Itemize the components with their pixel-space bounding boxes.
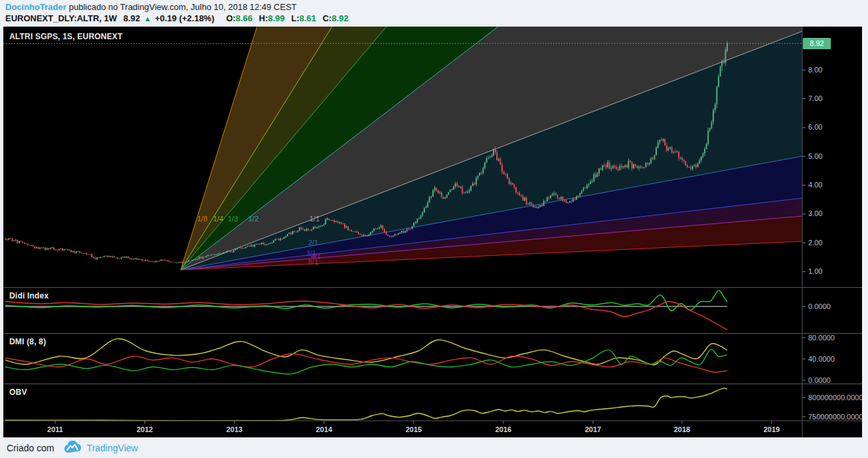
author-name[interactable]: DocinhoTrader [5, 2, 66, 12]
close-label: C: [323, 13, 332, 23]
gann-label: 1/2 [248, 215, 258, 223]
price-tick-label: 8.00 [808, 66, 822, 74]
price-tick-label: 2.00 [808, 239, 822, 247]
close-value: 8.92 [331, 13, 348, 23]
dmi-tick-label: 0.0000 [808, 376, 831, 384]
high-value: 8.99 [268, 13, 285, 23]
price-tick-label: 4.00 [808, 181, 822, 189]
symbol-line: EURONEXT_DLY:ALTR, 1W 8.92 ▲ +0.19 (+2.1… [5, 13, 349, 25]
price-tick-label: 5.00 [808, 152, 822, 160]
gann-label: 1/1 [309, 215, 319, 223]
didi-index-pane [5, 290, 727, 330]
price-tick-label: 1.00 [808, 267, 822, 275]
pane-label-didi[interactable]: Didi Index [9, 291, 48, 300]
publish-info: publicado no TradingView.com, Julho 10, … [69, 2, 297, 12]
year-label[interactable]: 2018 [674, 425, 690, 433]
year-label[interactable]: 2019 [764, 425, 780, 433]
gann-label: 1/3 [228, 215, 238, 223]
obv-pane [5, 388, 727, 421]
open-value: 8.66 [236, 13, 252, 23]
publish-line: DocinhoTraderpublicado no TradingView.co… [5, 1, 349, 13]
dmi-tick-label: 40.0000 [808, 355, 835, 363]
pane-label-obv[interactable]: OBV [9, 388, 27, 397]
tradingview-brand-link[interactable]: TradingView [87, 443, 138, 453]
year-label[interactable]: 2016 [495, 425, 511, 433]
dmi-pane [5, 338, 727, 374]
chart-canvas[interactable]: 1/81/41/31/21/12/13/14/18/18.007.006.005… [3, 27, 862, 437]
year-label[interactable]: 2012 [137, 425, 153, 433]
current-price-badge: 8.92 [803, 38, 831, 49]
low-label: L: [291, 13, 299, 23]
gann-label: 2/1 [308, 239, 318, 247]
year-label[interactable]: 2011 [47, 425, 63, 433]
last-price: 8.92 [124, 13, 140, 23]
price-tick-label: 7.00 [808, 94, 822, 102]
symbol-title: EURONEXT_DLY:ALTR, 1W [5, 13, 117, 23]
year-label[interactable]: 2013 [226, 425, 242, 433]
gann-label: 1/4 [213, 215, 223, 223]
high-label: H: [259, 13, 268, 23]
price-tick-label: 6.00 [808, 123, 822, 131]
header: DocinhoTraderpublicado no TradingView.co… [5, 1, 349, 25]
open-label: O: [226, 13, 235, 23]
obv-tick-label: 750000000.0000 [808, 413, 862, 421]
created-with-text: Criado com [7, 443, 54, 453]
price-change: +0.19 (+2.18%) [155, 13, 215, 23]
dmi-tick-label: 80.0000 [808, 334, 835, 342]
didi-longa-red-line [5, 301, 727, 330]
gann-label: 1/8 [197, 215, 207, 223]
pane-label-dmi[interactable]: DMI (8, 8) [9, 337, 46, 346]
tradingview-logo-icon[interactable] [64, 441, 82, 455]
gann-fan [181, 27, 802, 270]
chart-area[interactable]: 1/81/41/31/21/12/13/14/18/18.007.006.005… [3, 27, 862, 437]
year-label[interactable]: 2015 [406, 425, 422, 433]
up-triangle-icon: ▲ [144, 15, 151, 23]
price-tick-label: 3.00 [808, 209, 822, 217]
low-value: 8.61 [300, 13, 316, 23]
year-label[interactable]: 2014 [316, 425, 333, 433]
year-label[interactable]: 2017 [585, 425, 601, 433]
obv-yellow-line [5, 388, 727, 421]
didi-tick-label: 0.0000 [808, 302, 831, 310]
gann-label: 8/1 [308, 258, 318, 266]
chart-title: ALTRI SGPS, 1S, EURONEXT [9, 32, 123, 41]
footer: Criado com TradingView [7, 440, 138, 456]
obv-tick-label: 800000000.0000 [808, 394, 862, 401]
